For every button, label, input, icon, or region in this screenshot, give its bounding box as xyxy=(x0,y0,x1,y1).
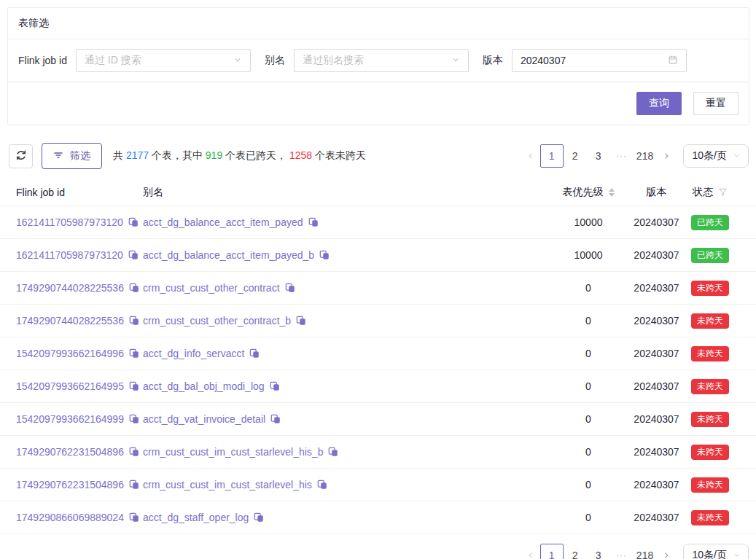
flink-job-id-link[interactable]: 1749290762231504896 xyxy=(16,479,124,490)
page-button-3[interactable]: 3 xyxy=(587,544,610,559)
prev-page-icon[interactable] xyxy=(521,144,540,168)
chevron-down-icon xyxy=(233,55,242,66)
page-ellipsis[interactable]: ··· xyxy=(610,144,634,168)
copy-icon[interactable] xyxy=(129,316,139,326)
flink-job-id-placeholder: 通过 ID 搜索 xyxy=(85,54,141,67)
page-button-218[interactable]: 218 xyxy=(634,544,657,559)
flink-job-id-link[interactable]: 1621411705987973120 xyxy=(16,216,123,228)
copy-icon[interactable] xyxy=(129,283,139,293)
chevron-down-icon xyxy=(733,150,741,162)
filter-lines-icon xyxy=(53,150,63,163)
query-button[interactable]: 查询 xyxy=(636,92,682,115)
page-button-218[interactable]: 218 xyxy=(634,144,657,168)
alias-link[interactable]: acct_dg_vat_invoice_detail xyxy=(143,413,265,425)
copy-icon[interactable] xyxy=(128,250,139,260)
copy-icon[interactable] xyxy=(129,348,139,359)
flink-job-id-link[interactable]: 1542097993662164995 xyxy=(16,380,124,392)
copy-icon[interactable] xyxy=(285,283,295,293)
page-size-select[interactable]: 10条/页 xyxy=(683,544,749,559)
flink-job-id-link[interactable]: 1542097993662164996 xyxy=(16,348,124,359)
flink-job-id-link[interactable]: 1749290762231504896 xyxy=(16,446,124,458)
copy-icon[interactable] xyxy=(319,250,330,260)
flink-job-id-link[interactable]: 1749290744028225536 xyxy=(16,315,124,327)
refresh-icon xyxy=(15,149,27,163)
page-button-1[interactable]: 1 xyxy=(540,144,564,168)
copy-icon[interactable] xyxy=(270,414,281,424)
copy-icon[interactable] xyxy=(129,414,139,424)
copy-icon[interactable] xyxy=(254,512,264,523)
version-date-picker[interactable]: 20240307 xyxy=(512,49,687,72)
alias-link[interactable]: crm_cust_cust_im_cust_starlevel_his xyxy=(143,479,312,490)
priority-cell: 0 xyxy=(544,315,633,327)
copy-icon[interactable] xyxy=(270,381,280,391)
status-badge: 未跨天 xyxy=(691,445,729,460)
status-badge: 未跨天 xyxy=(691,477,729,493)
column-header-version: 版本 xyxy=(633,186,680,199)
summary-text: 共 xyxy=(113,149,126,161)
page-button-2[interactable]: 2 xyxy=(564,144,587,168)
copy-icon[interactable] xyxy=(128,217,139,227)
version-cell: 20240307 xyxy=(633,282,680,294)
alias-link[interactable]: crm_cust_cust_other_contract_b xyxy=(143,315,291,327)
priority-cell: 10000 xyxy=(544,249,633,261)
tables-table: Flink job id 别名 表优先级 版本 状态 1621411705987… xyxy=(0,179,756,534)
priority-cell: 0 xyxy=(544,479,633,490)
flink-job-id-link[interactable]: 1621411705987973120 xyxy=(16,249,123,261)
priority-cell: 0 xyxy=(544,446,633,458)
filter-card: 表筛选 Flink job id 通过 ID 搜索 别名 通过别名搜索 版本 xyxy=(7,7,749,125)
next-page-icon[interactable] xyxy=(657,544,676,559)
summary-uncrossed-count: 1258 xyxy=(289,149,312,161)
flink-job-id-link[interactable]: 1542097993662164999 xyxy=(16,413,124,425)
filter-button[interactable]: 筛选 xyxy=(42,143,102,169)
copy-icon[interactable] xyxy=(249,348,260,359)
alias-link[interactable]: acct_dg_balance_acct_item_payed xyxy=(143,216,303,228)
copy-icon[interactable] xyxy=(129,381,139,391)
page-button-1[interactable]: 1 xyxy=(540,544,564,559)
priority-cell: 0 xyxy=(544,282,633,294)
page-button-3[interactable]: 3 xyxy=(587,144,610,168)
next-page-icon[interactable] xyxy=(657,144,676,168)
copy-icon[interactable] xyxy=(129,480,139,490)
summary-text: 个表未跨天 xyxy=(312,149,366,161)
sort-carets-icon[interactable] xyxy=(609,188,615,197)
refresh-button[interactable] xyxy=(9,144,33,168)
calendar-icon xyxy=(668,55,678,67)
alias-label: 别名 xyxy=(265,54,285,67)
copy-icon[interactable] xyxy=(296,316,306,326)
version-field: 版本 20240307 xyxy=(483,49,687,72)
priority-cell: 0 xyxy=(544,413,633,425)
priority-cell: 0 xyxy=(544,512,633,523)
flink-job-id-link[interactable]: 1749290866069889024 xyxy=(16,512,124,523)
page-size-select[interactable]: 10条/页 xyxy=(683,144,749,168)
table-row: 1542097993662164995 acct_dg_bal_obj_modi… xyxy=(0,370,756,403)
alias-link[interactable]: crm_cust_cust_other_contract xyxy=(143,282,280,294)
priority-cell: 10000 xyxy=(544,216,633,228)
filter-fields-row: Flink job id 通过 ID 搜索 别名 通过别名搜索 版本 20240… xyxy=(8,39,749,82)
summary-text: 个表已跨天， xyxy=(222,149,289,161)
copy-icon[interactable] xyxy=(129,447,139,457)
status-badge: 未跨天 xyxy=(691,281,729,296)
priority-cell: 0 xyxy=(544,380,633,392)
copy-icon[interactable] xyxy=(129,512,139,523)
flink-job-id-select[interactable]: 通过 ID 搜索 xyxy=(76,49,251,72)
copy-icon[interactable] xyxy=(308,217,319,227)
table-row: 1542097993662164999 acct_dg_vat_invoice_… xyxy=(0,403,756,436)
filter-funnel-icon[interactable] xyxy=(718,187,728,197)
alias-link[interactable]: acct_dg_info_servacct xyxy=(143,348,244,359)
version-cell: 20240307 xyxy=(633,512,680,523)
page-button-2[interactable]: 2 xyxy=(564,544,587,559)
alias-link[interactable]: acct_dg_bal_obj_modi_log xyxy=(143,380,265,392)
reset-button[interactable]: 重置 xyxy=(693,92,739,115)
bottom-pagination: 1 2 3 ··· 218 10条/页 xyxy=(521,544,749,559)
page-size-value: 10条/页 xyxy=(693,549,727,559)
copy-icon[interactable] xyxy=(328,447,338,457)
flink-job-id-link[interactable]: 1749290744028225536 xyxy=(16,282,124,294)
alias-select[interactable]: 通过别名搜索 xyxy=(294,49,469,72)
copy-icon[interactable] xyxy=(317,480,327,490)
alias-link[interactable]: crm_cust_cust_im_cust_starlevel_his_b xyxy=(143,446,323,458)
prev-page-icon[interactable] xyxy=(521,544,540,559)
alias-link[interactable]: acct_dg_balance_acct_item_payed_b xyxy=(143,249,314,261)
page-ellipsis[interactable]: ··· xyxy=(610,544,634,559)
status-badge: 未跨天 xyxy=(691,379,729,394)
alias-link[interactable]: acct_dg_staff_oper_log xyxy=(143,512,249,523)
